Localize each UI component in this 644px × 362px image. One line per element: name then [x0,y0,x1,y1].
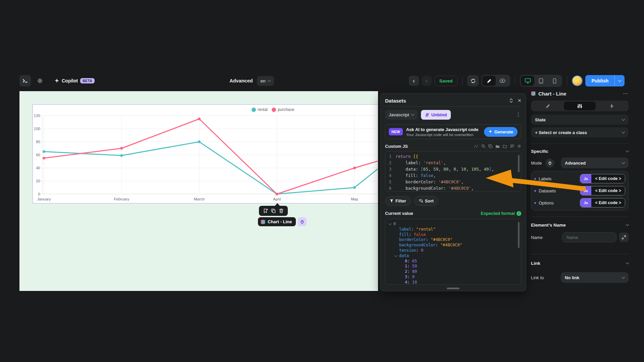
copy-icon[interactable] [488,144,492,148]
value-tree-line[interactable]: fill: false [388,232,518,238]
desktop-icon [525,78,531,83]
edit-mode-button[interactable] [482,76,496,86]
svg-text:February: February [114,197,129,201]
divider [531,143,629,144]
edit-code-button[interactable]: < Edit code > [591,174,625,183]
value-tree-line[interactable]: label: "rental" [388,227,518,232]
redo-button[interactable]: › [422,76,432,86]
desktop-device-button[interactable] [521,76,534,86]
value-tree-line[interactable]: 0: 65 [388,259,518,264]
svg-text:20: 20 [36,179,40,183]
filter-label: Filter [395,198,406,203]
expand-panel-button[interactable] [509,98,513,103]
code-lines: 1return [{2 label: 'rental',3 data: [65,… [385,153,521,191]
code-editor[interactable]: 1return [{2 label: 'rental',3 data: [65,… [385,151,521,191]
value-tree-line[interactable]: 0 [388,222,518,227]
wrap-lines-icon[interactable] [510,144,514,148]
current-value-label: Current value [385,211,413,216]
value-tree-line[interactable]: 4: 10 [388,280,518,285]
settings-button[interactable] [34,75,46,86]
sparkle-icon [488,130,492,134]
chart-element[interactable]: rentalpurchase 020406080100120JanuaryFeb… [33,104,378,203]
unbind-button[interactable]: Unbind [421,110,451,120]
value-tree-line[interactable]: borderColor: "#4BC0C0" [388,237,518,243]
sync-button[interactable] [467,75,479,86]
user-avatar[interactable] [572,75,583,86]
panel-resize-handle[interactable] [447,288,460,289]
mode-dropdown[interactable]: Advanced [561,158,629,168]
editor-settings-icon[interactable] [517,144,521,148]
folder-icon[interactable] [495,144,500,148]
value-tree-line[interactable]: 3: 0 [388,275,518,280]
binding-plug-button[interactable] [298,217,307,226]
language-selector[interactable]: en [257,76,274,86]
publish-button[interactable]: Publish [585,75,614,86]
add-component-icon[interactable] [263,208,268,213]
editor-canvas[interactable]: rentalpurchase 020406080100120JanuaryFeb… [19,91,378,291]
link-to-label: Link to [531,275,544,280]
inspector-sidebar: Chart - Line ⋯ State + Select or create … [531,90,629,291]
binding-row-label: Datasets [539,188,556,193]
js-badge[interactable]: Js [580,198,591,207]
binding-row-label: Labels [539,176,551,181]
sort-button[interactable]: Sort [414,196,438,206]
class-selector-label: + Select or create a class [535,130,587,135]
element-name-section-header[interactable]: Element's Name [531,222,629,228]
link-to-dropdown[interactable]: No link [561,272,629,283]
copilot-entry[interactable]: Copilot BETA [54,78,95,83]
undo-button[interactable]: ‹ [409,76,419,86]
code-scrollbar[interactable] [518,155,520,172]
tab-style[interactable] [532,102,564,110]
dataset-menu-button[interactable]: ⋮ [516,112,521,118]
mode-bind-button[interactable] [545,159,554,168]
js-badge[interactable]: Js [580,186,591,195]
class-selector[interactable]: + Select or create a class [531,127,629,137]
folder-open-icon[interactable] [503,144,507,148]
delete-icon[interactable] [279,208,283,213]
mobile-device-button[interactable] [548,76,561,86]
copy-icon[interactable] [271,208,276,213]
publish-options-button[interactable] [614,75,625,86]
name-input[interactable]: Name [562,232,616,242]
tree-collapse-caret[interactable] [388,222,391,225]
line-chart: 020406080100120JanuaryFebruaryMarchApril… [33,105,378,203]
divider [462,76,463,85]
search-icon[interactable] [481,144,485,148]
inspector-menu-button[interactable]: ⋯ [623,90,629,97]
link-section-header[interactable]: Link [531,260,629,266]
mode-value: Advanced [565,161,586,166]
selected-element-badge[interactable]: Chart - Line [258,217,296,226]
close-panel-button[interactable]: × [518,97,521,104]
comment-toggle-icon[interactable]: // [474,144,478,148]
value-tree-line[interactable]: 1: 59 [388,264,518,269]
tablet-device-button[interactable] [534,76,548,86]
value-scrollbar[interactable] [518,222,520,248]
edit-code-button[interactable]: < Edit code > [591,186,625,195]
name-label: Name [531,235,543,240]
value-tree-line[interactable]: data [388,253,518,259]
state-selector[interactable]: State [531,115,629,125]
generate-button[interactable]: Generate [484,127,518,137]
info-icon: i [517,211,521,216]
chevron-down-icon [622,117,625,121]
preview-mode-button[interactable] [496,76,509,86]
value-tree-line[interactable]: backgroundColor: "#4BC0C0" [388,243,518,248]
terminal-button[interactable] [19,75,31,86]
unbind-label: Unbind [431,112,447,117]
chevron-down-icon [622,161,625,164]
value-tree-line[interactable]: 2: 80 [388,269,518,275]
js-badge[interactable]: Js [580,174,591,183]
current-value-tree[interactable]: 0label: "rental"fill: falseborderColor: … [385,219,521,285]
chevron-down-icon [411,112,414,116]
edit-code-button[interactable]: < Edit code > [591,198,625,207]
expected-format-link[interactable]: Expected format i [481,211,521,216]
tab-interactions[interactable] [596,102,628,110]
filter-button[interactable]: Filter [385,196,411,206]
specific-section-header[interactable]: Specific [531,148,629,154]
tree-collapse-caret[interactable] [394,254,397,257]
value-tree-line[interactable]: tension: 0 [388,248,518,253]
dataset-language-selector[interactable]: Javascript [385,110,418,120]
expand-name-button[interactable] [619,233,629,242]
divider [531,254,629,254]
tab-settings[interactable] [564,102,596,110]
